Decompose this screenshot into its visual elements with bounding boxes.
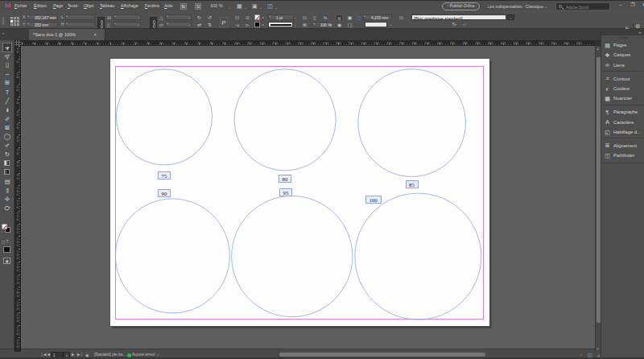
dock-item-couleur[interactable]: ◐Couleur xyxy=(601,84,644,93)
height-field[interactable]: ▴▾ xyxy=(65,22,95,28)
dock-item-contour[interactable]: ≡Contour xyxy=(601,74,644,84)
zoom-dropdown-arrow[interactable]: ⌄ xyxy=(228,5,231,10)
fill-swatch-none[interactable] xyxy=(254,14,260,20)
menu-fenetre[interactable]: Fenêtre xyxy=(145,3,159,8)
preflight-profile[interactable]: [Standard] (de tra... ⌄ xyxy=(94,353,129,357)
fill-swatch-toolbar[interactable] xyxy=(2,224,7,229)
pasteboard[interactable]: 7580859095100 xyxy=(21,46,595,349)
menu-objet[interactable]: Objet xyxy=(84,3,93,8)
reference-point-proxy[interactable] xyxy=(10,17,19,26)
rotate-ccw-button[interactable]: ↺ xyxy=(206,14,213,21)
select-next-button[interactable]: ▻ xyxy=(244,22,251,28)
free-transform-tool[interactable]: ↻ xyxy=(2,150,12,159)
arrange-documents-icon[interactable]: ◫ xyxy=(267,3,273,9)
effects-button[interactable]: ▣ xyxy=(346,14,353,21)
dock-header[interactable]: » xyxy=(601,29,644,35)
constrain-wh-chain-icon[interactable] xyxy=(97,17,105,30)
dock-item-paragraphe[interactable]: ¶Paragraphe xyxy=(601,107,644,117)
menu-texte[interactable]: Texte xyxy=(68,3,77,8)
flip-vertical-button[interactable]: ⇅ xyxy=(206,22,213,28)
spread-view-icon[interactable]: ◫ xyxy=(588,353,592,357)
scale-x-icon[interactable]: ⊟ xyxy=(107,14,111,21)
circle-frame-85[interactable] xyxy=(358,69,466,177)
ref-point-0-1[interactable] xyxy=(14,17,16,19)
ruler-origin-corner[interactable] xyxy=(14,40,21,46)
x-position-field[interactable]: ▴▾352,167 mm xyxy=(27,14,58,21)
drop-shadow-button[interactable]: ≋ xyxy=(336,14,343,21)
page-tool[interactable]: ▯ xyxy=(2,60,12,70)
dock-collapse-icon[interactable]: » xyxy=(638,30,641,35)
gap-tool[interactable]: ↔ xyxy=(2,69,12,79)
effects-fx-icon[interactable]: fx. xyxy=(324,14,328,21)
diameter-label-80[interactable]: 80 xyxy=(279,175,291,183)
gradient-feather-tool[interactable] xyxy=(2,167,12,177)
transparency-icon[interactable]: ⊡ xyxy=(303,14,307,21)
menu-affichage[interactable]: Affichage xyxy=(121,3,138,8)
circle-frame-100[interactable] xyxy=(355,193,481,320)
menu-fichier[interactable]: Fichier xyxy=(14,3,27,8)
corner-radius-field[interactable]: ▴▾4,233 mm xyxy=(363,14,392,21)
object-style-dropdown-arrow[interactable]: ⌄ xyxy=(507,14,514,21)
object-style-icon[interactable]: ⊡ xyxy=(399,14,403,21)
vertical-scrollbar[interactable]: ▲ ▼ xyxy=(595,46,601,352)
document-tab[interactable]: *Sans titre-1 @ 100% ✕ xyxy=(29,29,105,40)
diameter-label-95[interactable]: 95 xyxy=(279,188,292,196)
circle-frame-80[interactable] xyxy=(234,69,336,171)
style-override-icon-1[interactable]: ¶+ xyxy=(451,22,458,28)
corner-options-icon[interactable]: ◳ xyxy=(357,14,361,21)
ref-point-0-0[interactable] xyxy=(10,17,13,19)
search-input[interactable]: Adobe Stock xyxy=(555,2,610,10)
flip-horizontal-button[interactable]: ⇄ xyxy=(196,22,203,28)
menu-page[interactable]: Page xyxy=(53,3,63,8)
ref-point-1-2[interactable] xyxy=(17,20,19,23)
circle-frame-75[interactable] xyxy=(116,69,212,165)
opacity-icon[interactable]: ⊠ xyxy=(303,22,307,28)
dock-item-habillaged[interactable]: ◱Habillage d... xyxy=(601,127,644,137)
rotate-cw-button[interactable]: ↻ xyxy=(196,14,203,21)
gradient-swatch-tool[interactable] xyxy=(2,159,12,168)
rotation-angle-icon[interactable]: △ xyxy=(159,14,163,21)
select-container-button[interactable]: ⊡ xyxy=(233,14,241,21)
stock-icon[interactable]: St xyxy=(195,3,201,10)
scroll-down-icon[interactable]: ▼ xyxy=(597,347,600,351)
toolbar-collapse-icon[interactable]: » xyxy=(2,31,4,35)
zoom-level-dropdown[interactable]: 100 % xyxy=(210,3,223,8)
ref-point-1-1[interactable] xyxy=(14,20,16,23)
ellipse-tool[interactable]: ◯ xyxy=(2,132,12,142)
ref-point-1-0[interactable] xyxy=(10,20,13,23)
select-previous-button[interactable]: ◅ xyxy=(233,22,241,28)
vertical-scrollbar-thumb[interactable] xyxy=(597,57,601,323)
arrange-documents-arrow[interactable]: ⌄ xyxy=(275,5,278,10)
selection-tool[interactable]: ➤ xyxy=(2,43,12,52)
constrain-scale-chain-icon[interactable] xyxy=(150,17,157,30)
circle-frame-95[interactable] xyxy=(232,196,353,316)
hscroll-right-icon[interactable]: › xyxy=(580,353,582,357)
dock-item-pages[interactable]: ▤Pages xyxy=(601,40,644,50)
dock-item-caractere[interactable]: ACaractère xyxy=(601,118,644,127)
screen-mode-icon[interactable]: ▣ xyxy=(252,3,258,9)
ref-point-0-2[interactable] xyxy=(17,17,19,19)
stroke-weight-field[interactable]: ▴▾1 pt xyxy=(268,14,294,21)
circle-frames[interactable] xyxy=(21,46,592,349)
preflight-icon[interactable]: ◉ xyxy=(85,353,89,357)
select-content-button[interactable]: ⊙ xyxy=(244,14,251,21)
error-status[interactable]: Aucune erreur ⌄ xyxy=(132,353,159,357)
dock-item-calques[interactable]: ❖Calques xyxy=(601,50,644,60)
zoom-tool[interactable]: ℺ xyxy=(2,204,12,213)
view-options-icon[interactable]: ▦ xyxy=(237,3,242,9)
menu-edition[interactable]: Édition xyxy=(34,3,47,8)
scroll-up-icon[interactable]: ▲ xyxy=(597,47,600,51)
pen-tool[interactable]: ✒ xyxy=(2,105,12,115)
eyedropper-tool[interactable]: ✐ xyxy=(2,186,12,196)
maximize-button[interactable]: ❐ xyxy=(627,1,638,10)
stroke-style-preview[interactable] xyxy=(268,22,293,28)
diameter-label-75[interactable]: 75 xyxy=(158,171,171,180)
ref-point-2-1[interactable] xyxy=(14,23,16,26)
tab-close-icon[interactable]: ✕ xyxy=(93,32,97,37)
blend-icon[interactable]: ▯ xyxy=(313,14,316,21)
note-tool[interactable]: ▤ xyxy=(2,177,12,187)
rectangle-frame-tool[interactable]: ⊠ xyxy=(2,123,12,133)
diameter-label-85[interactable]: 85 xyxy=(406,180,419,188)
opacity-field[interactable]: ▴▾100 % xyxy=(312,22,327,28)
minimize-button[interactable]: – xyxy=(615,1,626,10)
